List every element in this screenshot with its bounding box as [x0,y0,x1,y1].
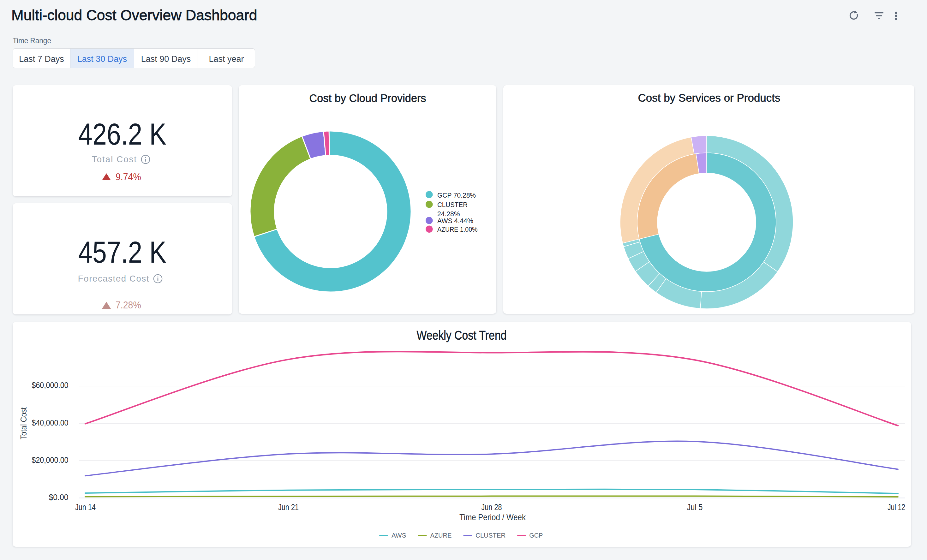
svg-text:Jul 12: Jul 12 [887,502,905,512]
svg-text:AZURE: AZURE [430,531,451,539]
svg-text:$60,000.00: $60,000.00 [32,380,68,390]
svg-text:Jun 14: Jun 14 [75,502,96,512]
svg-text:GCP 70.28%: GCP 70.28% [437,191,476,199]
svg-text:Cost by Services or Products: Cost by Services or Products [638,91,781,104]
svg-text:AWS 4.44%: AWS 4.44% [437,217,473,225]
svg-text:$40,000.00: $40,000.00 [32,418,68,427]
svg-text:CLUSTER: CLUSTER [476,531,506,539]
svg-text:Weekly Cost Trend: Weekly Cost Trend [417,328,507,342]
svg-text:$0.00: $0.00 [49,492,68,502]
svg-text:AWS: AWS [392,531,406,539]
svg-text:Total Cost: Total Cost [19,407,29,439]
svg-text:Time Period / Week: Time Period / Week [459,513,526,522]
svg-text:CLUSTER: CLUSTER [437,201,468,209]
svg-text:Jul 5: Jul 5 [687,502,703,512]
svg-text:AZURE 1.00%: AZURE 1.00% [437,225,478,233]
svg-text:Cost by Cloud Providers: Cost by Cloud Providers [309,92,426,104]
svg-text:Jun 28: Jun 28 [482,502,502,512]
svg-text:Jun 21: Jun 21 [278,502,299,512]
svg-text:GCP: GCP [529,531,543,539]
svg-text:$20,000.00: $20,000.00 [32,455,68,465]
